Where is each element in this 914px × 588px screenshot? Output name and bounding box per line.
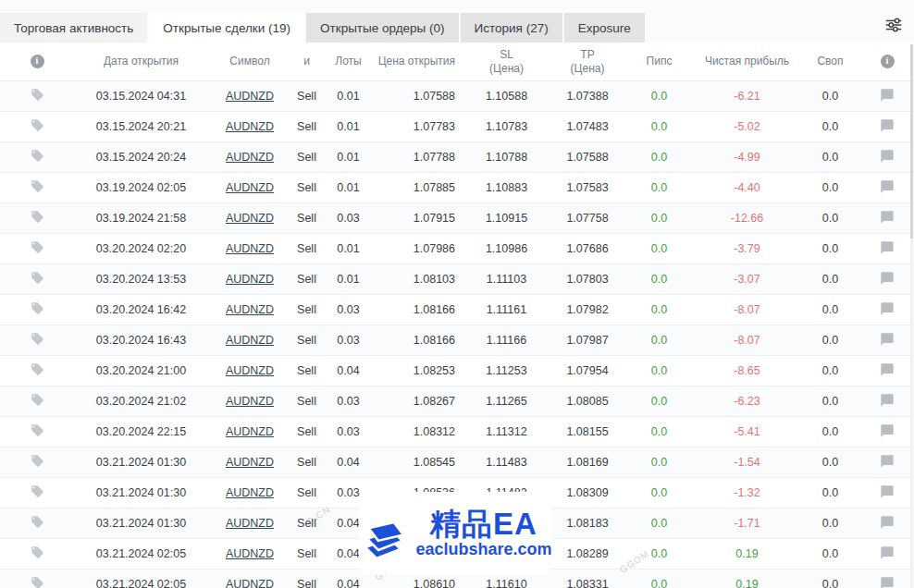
symbol-link[interactable]: AUDNZD	[226, 395, 274, 408]
symbol-link[interactable]: AUDNZD	[226, 90, 274, 103]
tag-icon	[31, 393, 44, 410]
comment-button[interactable]	[860, 179, 914, 197]
vertical-scrollbar[interactable]	[910, 44, 913, 588]
lots-cell: 0.04	[322, 364, 375, 377]
tag-button[interactable]	[0, 484, 74, 501]
comment-button[interactable]	[860, 545, 914, 563]
tag-icon	[31, 545, 44, 562]
tag-button[interactable]	[0, 515, 74, 532]
symbol-link[interactable]: AUDNZD	[226, 425, 274, 438]
comment-button[interactable]	[860, 515, 914, 533]
trade-row: 03.20.2024 02:20 AUDNZD Sell 0.01 1.0798…	[0, 234, 914, 264]
col-header-sl[interactable]: SL (Цена)	[463, 48, 550, 76]
symbol-link[interactable]: AUDNZD	[226, 212, 274, 225]
symbol-link[interactable]: AUDNZD	[226, 303, 274, 316]
sl-price-cell: 1.10588	[463, 90, 550, 103]
comment-button[interactable]	[860, 149, 914, 166]
tab-open-trades[interactable]: Открытые сделки (19)	[149, 13, 304, 43]
comment-button[interactable]	[860, 240, 914, 258]
pips-cell: 0.0	[624, 517, 694, 530]
tab-history[interactable]: История (27)	[461, 13, 562, 43]
open-price-cell: 1.08166	[375, 334, 463, 347]
col-header-tp[interactable]: TP (Цена)	[550, 48, 624, 76]
swap-cell: 0.0	[800, 181, 860, 194]
net-profit-cell: -1.32	[694, 486, 800, 499]
tag-icon	[31, 301, 44, 318]
swap-cell: 0.0	[800, 120, 860, 133]
comment-icon	[880, 576, 895, 588]
comment-icon	[880, 149, 895, 166]
table-header-row: i Дата открытия Символ и Лоты Цена откры…	[0, 43, 914, 81]
comment-button[interactable]	[860, 332, 914, 349]
header-info-left[interactable]: i	[0, 55, 74, 68]
symbol-link[interactable]: AUDNZD	[226, 517, 274, 530]
symbol-link[interactable]: AUDNZD	[226, 120, 274, 133]
symbol-link[interactable]: AUDNZD	[226, 181, 274, 194]
comment-button[interactable]	[860, 423, 914, 441]
sl-price-cell: 1.10915	[463, 212, 550, 225]
col-header-symbol[interactable]: Символ	[208, 55, 291, 68]
tab-open-orders[interactable]: Открытые ордеры (0)	[306, 13, 459, 43]
tag-button[interactable]	[0, 88, 74, 104]
col-header-open-date[interactable]: Дата открытия	[74, 55, 208, 68]
symbol-link[interactable]: AUDNZD	[226, 486, 274, 499]
col-header-open-price[interactable]: Цена открытия	[375, 55, 463, 68]
scrollbar-thumb[interactable]	[910, 44, 913, 239]
tag-button[interactable]	[0, 576, 74, 588]
tag-button[interactable]	[0, 393, 74, 410]
comment-button[interactable]	[860, 210, 914, 227]
tag-button[interactable]	[0, 271, 74, 288]
symbol-link[interactable]: AUDNZD	[226, 273, 274, 286]
tag-button[interactable]	[0, 240, 74, 257]
comment-button[interactable]	[860, 271, 914, 288]
col-header-swap[interactable]: Своп	[800, 55, 860, 68]
col-header-net-profit[interactable]: Чистая прибыль	[694, 55, 800, 68]
tp-price-cell: 1.08309	[550, 486, 624, 499]
comment-button[interactable]	[860, 118, 914, 136]
comment-button[interactable]	[860, 576, 914, 588]
col-header-type[interactable]: и	[291, 55, 322, 68]
tag-button[interactable]	[0, 149, 74, 165]
open-price-cell: 1.07986	[375, 242, 463, 255]
col-header-pips[interactable]: Пипс	[624, 55, 694, 68]
comment-button[interactable]	[860, 454, 914, 472]
tag-button[interactable]	[0, 210, 74, 227]
tag-button[interactable]	[0, 179, 74, 196]
tag-button[interactable]	[0, 332, 74, 349]
filter-settings-button[interactable]	[881, 15, 907, 39]
sl-price-cell: 1.11161	[463, 303, 550, 316]
open-price-cell: 1.07783	[375, 120, 463, 133]
comment-button[interactable]	[860, 362, 914, 380]
symbol-link[interactable]: AUDNZD	[226, 242, 274, 255]
symbol-link[interactable]: AUDNZD	[226, 578, 274, 588]
tag-icon	[31, 240, 44, 257]
tab-trading-activity[interactable]: Торговая активность	[0, 13, 147, 43]
tab-exposure[interactable]: Exposure	[564, 13, 645, 43]
lots-cell: 0.01	[322, 273, 375, 286]
pips-cell: 0.0	[624, 242, 694, 255]
symbol-link[interactable]: AUDNZD	[226, 151, 274, 164]
trade-row: 03.20.2024 13:53 AUDNZD Sell 0.01 1.0810…	[0, 264, 914, 295]
trade-type-cell: Sell	[291, 242, 322, 255]
tag-button[interactable]	[0, 362, 74, 379]
net-profit-cell: 0.19	[694, 578, 800, 588]
lots-cell: 0.01	[322, 151, 375, 164]
tag-button[interactable]	[0, 454, 74, 471]
lots-cell: 0.03	[322, 395, 375, 408]
comment-button[interactable]	[860, 88, 914, 105]
symbol-link[interactable]: AUDNZD	[226, 456, 274, 469]
symbol-link[interactable]: AUDNZD	[226, 547, 274, 560]
symbol-link[interactable]: AUDNZD	[226, 334, 274, 347]
tag-button[interactable]	[0, 423, 74, 440]
col-header-sl-line2: (Цена)	[463, 62, 550, 76]
net-profit-cell: -3.07	[694, 273, 800, 286]
comment-button[interactable]	[860, 301, 914, 319]
tag-button[interactable]	[0, 118, 74, 135]
symbol-link[interactable]: AUDNZD	[226, 364, 274, 377]
header-info-right[interactable]: i	[860, 55, 914, 68]
tag-button[interactable]	[0, 545, 74, 562]
comment-button[interactable]	[860, 393, 914, 410]
col-header-lots[interactable]: Лоты	[322, 55, 375, 68]
tag-button[interactable]	[0, 301, 74, 318]
comment-button[interactable]	[860, 484, 914, 502]
